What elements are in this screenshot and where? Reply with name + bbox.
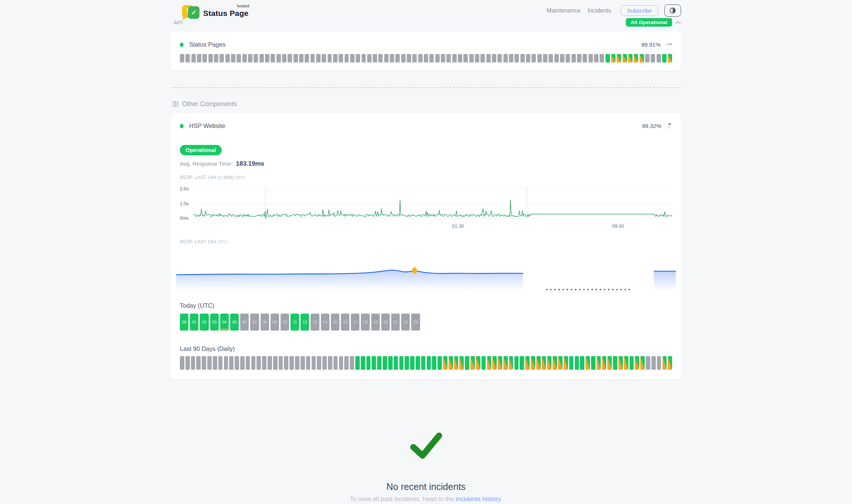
uptime-bar-degraded[interactable] (542, 356, 546, 370)
uptime-bar-nodata[interactable] (412, 54, 417, 62)
hour-block-08[interactable]: 08 (261, 314, 269, 331)
uptime-bar-nodata[interactable] (373, 54, 377, 62)
hour-block-04[interactable]: 04 (220, 314, 229, 331)
uptime-bar-nodata[interactable] (322, 54, 326, 62)
uptime-bar-nodata[interactable] (279, 356, 283, 370)
uptime-bar-nodata[interactable] (282, 54, 286, 62)
logo[interactable]: ! ✓ hosted Status Page (182, 4, 248, 21)
uptime-bar-nodata[interactable] (268, 356, 272, 370)
uptime-bar-up[interactable] (410, 356, 415, 370)
hour-block-03[interactable]: 03 (210, 314, 219, 331)
nav-maintenance[interactable]: Maintenance (547, 7, 581, 14)
uptime-bar-nodata[interactable] (213, 356, 217, 370)
uptime-bar-degraded[interactable] (558, 356, 563, 370)
uptime-bar-nodata[interactable] (312, 356, 316, 370)
uptime-bar-nodata[interactable] (486, 54, 491, 62)
uptime-bar-nodata[interactable] (503, 54, 508, 62)
uptime-bar-up[interactable] (383, 356, 387, 370)
uptime-bar-nodata[interactable] (191, 54, 196, 62)
uptime-bar-degraded[interactable] (498, 356, 502, 370)
uptime-bar-degraded[interactable] (628, 54, 633, 62)
uptime-bar-nodata[interactable] (435, 54, 440, 62)
uptime-bar-nodata[interactable] (441, 54, 445, 62)
uptime-bar-nodata[interactable] (207, 356, 212, 370)
uptime-bar-up[interactable] (432, 356, 436, 370)
uptime-bar-nodata[interactable] (208, 54, 213, 62)
uptime-bar-nodata[interactable] (520, 54, 525, 62)
uptime-bar-nodata[interactable] (492, 54, 496, 62)
uptime-bar-nodata[interactable] (235, 356, 239, 370)
uptime-bar-nodata[interactable] (509, 54, 513, 62)
uptime-bar-up[interactable] (591, 356, 596, 370)
uptime-bar-nodata[interactable] (333, 356, 338, 370)
uptime-bar-nodata[interactable] (543, 54, 547, 62)
uptime-bar-nodata[interactable] (219, 54, 224, 62)
hour-block-06[interactable]: 06 (240, 314, 249, 331)
uptime-bar-nodata[interactable] (339, 54, 343, 62)
uptime-bar-degraded[interactable] (449, 356, 453, 370)
uptime-bar-nodata[interactable] (418, 54, 423, 62)
uptime-bar-nodata[interactable] (202, 54, 207, 62)
component-row-status-pages[interactable]: Status Pages 99.91% (180, 41, 672, 48)
uptime-bar-nodata[interactable] (316, 54, 321, 62)
hour-block-19[interactable]: 19 (371, 314, 380, 331)
uptime-bar-nodata[interactable] (231, 54, 235, 62)
uptime-bar-nodata[interactable] (645, 54, 650, 62)
hour-block-12[interactable]: 12 (301, 314, 309, 331)
uptime-bar-up[interactable] (399, 356, 404, 370)
uptime-bar-degraded[interactable] (668, 356, 672, 370)
uptime-bar-nodata[interactable] (293, 54, 298, 62)
overall-status-badge[interactable]: All Operational (626, 18, 672, 27)
uptime-bar-degraded[interactable] (547, 356, 551, 370)
uptime-bar-nodata[interactable] (452, 54, 457, 62)
uptime-bar-nodata[interactable] (407, 54, 411, 62)
uptime-bar-nodata[interactable] (191, 356, 195, 370)
uptime-bar-up[interactable] (575, 356, 579, 370)
incidents-history-link[interactable]: incidents history (456, 495, 500, 503)
uptime-bar-nodata[interactable] (288, 54, 292, 62)
uptime-bar-degraded[interactable] (663, 356, 667, 370)
uptime-bar-nodata[interactable] (554, 54, 559, 62)
uptime-bar-degraded[interactable] (623, 54, 627, 62)
uptime-bar-degraded[interactable] (509, 356, 513, 370)
refresh-icon[interactable] (666, 42, 672, 47)
hour-block-21[interactable]: 21 (391, 314, 400, 331)
uptime-bar-nodata[interactable] (225, 54, 230, 62)
uptime-bar-nodata[interactable] (273, 356, 278, 370)
uptime-bar-nodata[interactable] (356, 54, 360, 62)
uptime-bar-degraded[interactable] (611, 54, 615, 62)
uptime-bar-nodata[interactable] (560, 54, 564, 62)
uptime-bar-nodata[interactable] (566, 54, 570, 62)
uptime-bar-degraded[interactable] (640, 356, 645, 370)
uptime-bar-nodata[interactable] (237, 54, 241, 62)
uptime-bar-degraded[interactable] (454, 356, 459, 370)
uptime-bar-up[interactable] (377, 356, 382, 370)
uptime-bar-nodata[interactable] (384, 54, 389, 62)
uptime-bar-degraded[interactable] (564, 356, 568, 370)
uptime-bar-nodata[interactable] (497, 54, 502, 62)
uptime-bar-nodata[interactable] (185, 54, 190, 62)
uptime-bar-nodata[interactable] (271, 54, 275, 62)
uptime-bar-nodata[interactable] (594, 54, 598, 62)
uptime-bar-up[interactable] (482, 356, 486, 370)
hour-block-17[interactable]: 17 (351, 314, 359, 331)
uptime-bar-degraded[interactable] (607, 356, 612, 370)
hour-block-09[interactable]: 09 (271, 314, 279, 331)
uptime-bar-degraded[interactable] (602, 356, 607, 370)
subscribe-button[interactable]: Subscribe (621, 5, 658, 16)
uptime-bar-nodata[interactable] (333, 54, 338, 62)
uptime-bar-nodata[interactable] (378, 54, 383, 62)
uptime-bar-nodata[interactable] (390, 54, 394, 62)
uptime-bar-up[interactable] (613, 356, 617, 370)
uptime-bar-nodata[interactable] (571, 54, 576, 62)
uptime-bar-up[interactable] (520, 356, 524, 370)
hour-block-13[interactable]: 13 (311, 314, 319, 331)
uptime-bar-degraded[interactable] (492, 356, 497, 370)
uptime-bar-nodata[interactable] (202, 356, 206, 370)
uptime-bar-degraded[interactable] (443, 356, 447, 370)
uptime-bar-up[interactable] (437, 356, 442, 370)
uptime-bar-nodata[interactable] (424, 54, 428, 62)
uptime-bar-nodata[interactable] (475, 54, 479, 62)
uptime-bar-up[interactable] (405, 356, 409, 370)
uptime-bar-nodata[interactable] (345, 54, 349, 62)
